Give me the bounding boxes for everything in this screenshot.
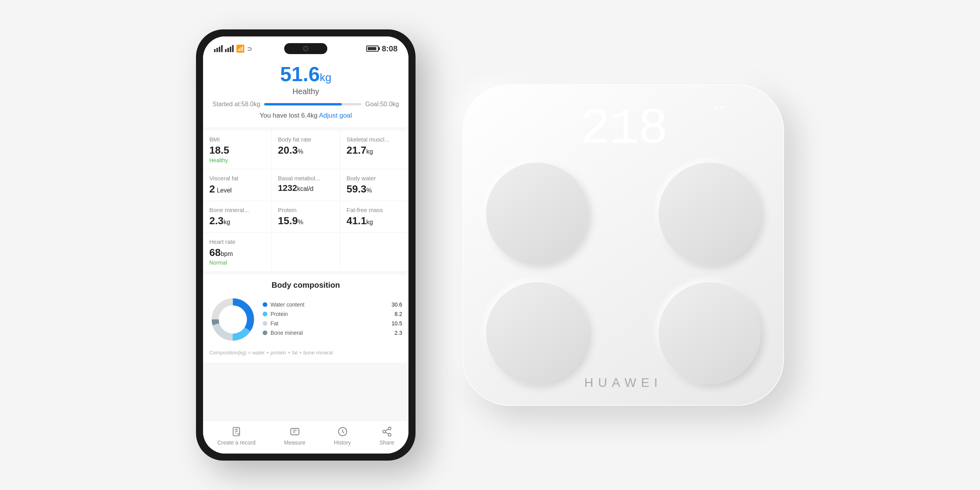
- status-bar: 📶 ⊃ 8:08: [203, 36, 408, 57]
- legend-fat: Fat 10.5: [263, 320, 402, 327]
- stat-protein[interactable]: Protein 15.9%: [272, 201, 340, 232]
- bone-dot: [263, 330, 267, 335]
- svg-point-13: [388, 427, 391, 430]
- lost-text: You have lost 6.4kg Adjust goal: [212, 112, 399, 120]
- stat-empty-1: [272, 233, 340, 271]
- goal-label: Goal:50.0kg: [365, 101, 399, 108]
- scale-icon: [289, 425, 301, 438]
- weight-status: Healthy: [212, 87, 399, 96]
- status-time: 8:08: [382, 44, 397, 53]
- body-composition: Body composition: [203, 274, 408, 363]
- started-label: Started at:58.0kg: [212, 101, 260, 108]
- stats-row-1: BMI 18.5 Healthy Body fat rate 20.3% Ske…: [203, 131, 408, 169]
- stat-bone[interactable]: Bone mineral... 2.3kg: [203, 201, 272, 232]
- stat-skeletal[interactable]: Skeletal muscl... 21.7kg: [340, 131, 408, 169]
- weight-header: 51.6kg Healthy Started at:58.0kg Goal:50…: [203, 57, 408, 127]
- nav-history[interactable]: History: [334, 425, 351, 446]
- stats-row-3: Bone mineral... 2.3kg Protein 15.9% Fat-…: [203, 201, 408, 233]
- goal-bar-row: Started at:58.0kg Goal:50.0kg: [212, 101, 399, 108]
- stats-grid: BMI 18.5 Healthy Body fat rate 20.3% Ske…: [203, 131, 408, 271]
- nav-measure[interactable]: Measure: [284, 425, 305, 446]
- stat-bmi[interactable]: BMI 18.5 Healthy: [203, 131, 272, 169]
- scale-pad-bl: [486, 282, 588, 384]
- scale-device: 218 HUAWEI: [463, 84, 784, 406]
- scale-pad-tl: [486, 163, 588, 265]
- scale-brand: HUAWEI: [584, 376, 662, 390]
- body-comp-content: Water content 30.6 Protein 8.2: [209, 296, 402, 345]
- nav-share[interactable]: Share: [379, 425, 394, 446]
- stat-heart-rate[interactable]: Heart rate 68bpm Normal: [203, 233, 272, 271]
- stat-basal[interactable]: Basal metabol... 1232kcal/d: [272, 169, 340, 201]
- nav-create-record[interactable]: Create a record: [217, 425, 255, 446]
- svg-point-14: [383, 430, 385, 433]
- stat-visceral[interactable]: Visceral fat 2 Level: [203, 169, 272, 201]
- svg-line-16: [385, 432, 388, 434]
- share-icon: [381, 425, 393, 438]
- svg-line-17: [385, 429, 388, 431]
- stat-fat-free[interactable]: Fat-free mass 41.1kg: [340, 201, 408, 232]
- nav-share-label: Share: [379, 439, 394, 446]
- stats-row-4: Heart rate 68bpm Normal: [203, 233, 408, 271]
- phone-wrapper: 📶 ⊃ 8:08: [196, 29, 416, 461]
- comp-legend: Water content 30.6 Protein 8.2: [263, 301, 402, 339]
- protein-dot: [263, 312, 267, 316]
- svg-point-15: [388, 434, 391, 436]
- water-dot: [263, 302, 267, 307]
- svg-rect-9: [290, 428, 299, 435]
- app-content: 51.6kg Healthy Started at:58.0kg Goal:50…: [203, 57, 408, 420]
- stat-body-fat[interactable]: Body fat rate 20.3%: [272, 131, 340, 169]
- scale-wrapper: 218 HUAWEI: [463, 84, 784, 406]
- donut-chart: [209, 296, 256, 345]
- clock-icon: [336, 425, 349, 438]
- bottom-nav: Create a record Measure: [203, 420, 408, 454]
- phone-screen: 📶 ⊃ 8:08: [203, 36, 408, 454]
- legend-bone: Bone mineral 2.3: [263, 330, 402, 336]
- stats-row-2: Visceral fat 2 Level Basal metabol... 12…: [203, 169, 408, 201]
- phone-device: 📶 ⊃ 8:08: [196, 29, 416, 461]
- scale-pad-br: [659, 282, 760, 384]
- nav-measure-label: Measure: [284, 439, 305, 446]
- pencil-icon: [230, 425, 243, 438]
- nav-history-label: History: [334, 439, 351, 446]
- svg-rect-5: [233, 428, 240, 436]
- scale-top: 218: [486, 100, 760, 155]
- legend-water: Water content 30.6: [263, 301, 402, 308]
- scene: 📶 ⊃ 8:08: [0, 0, 980, 490]
- scale-pads-bottom: [486, 282, 760, 384]
- adjust-goal-button[interactable]: Adjust goal: [319, 112, 352, 119]
- stat-empty-2: [340, 233, 408, 271]
- fat-dot: [263, 321, 267, 326]
- legend-protein: Protein 8.2: [263, 311, 402, 317]
- body-comp-title: Body composition: [209, 281, 402, 290]
- scale-display: 218: [580, 104, 667, 155]
- comp-note: Composition(kg) = water + protein + fat …: [209, 349, 402, 356]
- scale-pad-tr: [659, 163, 760, 265]
- scale-number: 218: [580, 104, 667, 155]
- weight-value: 51.6kg: [212, 63, 399, 85]
- goal-bar: [264, 103, 361, 105]
- nav-create-label: Create a record: [217, 439, 255, 446]
- stat-body-water[interactable]: Body water 59.3%: [340, 169, 408, 201]
- battery-icon: [366, 45, 379, 52]
- scale-pads-top: [486, 163, 760, 265]
